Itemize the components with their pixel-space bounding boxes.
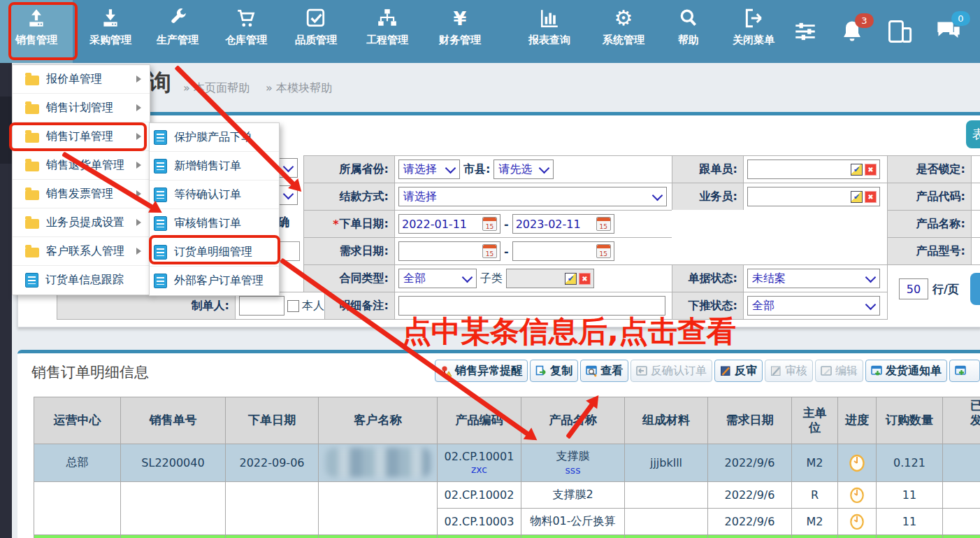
cell-product-code[interactable]: 02.CP.10003: [438, 508, 521, 535]
cell-unit[interactable]: M2: [792, 508, 838, 535]
edit-button[interactable]: 编辑: [815, 360, 863, 382]
picker-icon[interactable]: ✔: [565, 273, 577, 285]
doc-status-select[interactable]: 未结案: [747, 269, 880, 288]
cell-product-name[interactable]: 支撑膜sss: [521, 444, 625, 481]
cell-order-no[interactable]: SL2200040: [121, 444, 226, 481]
hidden-input-fragment[interactable]: [278, 241, 300, 261]
product-name-cell[interactable]: [971, 210, 980, 238]
picker-icon[interactable]: ✔: [851, 164, 863, 176]
cell-order-date[interactable]: 2022-09-06: [226, 444, 319, 481]
cell-unit[interactable]: M2: [792, 444, 838, 481]
submenu-item-external-order[interactable]: 外部客户订单管理: [150, 267, 279, 295]
rows-per-page-input[interactable]: 50: [899, 278, 928, 299]
cell-qty[interactable]: 11: [877, 481, 943, 508]
col-header[interactable]: 订购数量: [877, 397, 943, 444]
nav-item-purchase[interactable]: 采购管理: [81, 0, 140, 63]
cell-customer[interactable]: [319, 444, 438, 481]
cell-progress[interactable]: [838, 444, 877, 481]
search-button[interactable]: [970, 273, 980, 305]
bell-icon[interactable]: 3: [840, 19, 864, 44]
salesman-input[interactable]: ✔✖: [747, 187, 880, 206]
nav-item-warehouse[interactable]: 仓库管理: [215, 0, 277, 63]
lock-cell[interactable]: [971, 155, 980, 183]
calendar-icon[interactable]: 15: [596, 244, 611, 258]
maker-input[interactable]: [239, 296, 284, 316]
col-header[interactable]: 进度: [838, 397, 877, 444]
demand-date-to-input[interactable]: 15: [512, 241, 614, 261]
menu-item-commission[interactable]: 业务员提成设置: [13, 208, 150, 237]
menu-item-order-tracking[interactable]: 订货单信息跟踪: [13, 266, 150, 295]
nav-item-system[interactable]: ⚙ 系统管理: [591, 0, 656, 63]
product-model-cell[interactable]: [971, 237, 980, 265]
clear-icon[interactable]: ✖: [579, 273, 591, 285]
cell-qty[interactable]: 0.121: [877, 444, 943, 481]
menu-item-customer-contact[interactable]: 客户联系人管理: [13, 237, 150, 266]
table-row-selected[interactable]: 总部 SL2200040 2022-09-06 02.CP.10001zxc 支…: [34, 444, 980, 481]
chat-icon[interactable]: 0: [935, 20, 962, 43]
menu-item-sales-plan[interactable]: 销售计划管理: [13, 94, 150, 122]
cell-material[interactable]: [625, 481, 708, 508]
clear-icon[interactable]: ✖: [865, 164, 877, 176]
nav-item-production[interactable]: 生产管理: [148, 0, 207, 63]
follower-input[interactable]: ✔✖: [747, 160, 880, 179]
nav-item-help[interactable]: 帮助: [667, 0, 710, 63]
submenu-item-pending-order[interactable]: 等待确认订单: [150, 180, 279, 209]
product-code-cell[interactable]: [971, 183, 980, 211]
cell-pushed[interactable]: 0: [943, 481, 980, 508]
approve-button[interactable]: 审核: [765, 360, 813, 382]
cell-demand-date[interactable]: 2022/9/6: [708, 481, 792, 508]
calendar-icon[interactable]: 15: [482, 244, 497, 258]
calendar-icon[interactable]: 15: [596, 217, 611, 231]
col-header[interactable]: 运营中心: [34, 397, 121, 444]
cell-center[interactable]: 总部: [34, 444, 121, 481]
shipping-notice-button[interactable]: 发货通知单: [865, 360, 947, 382]
module-help-link[interactable]: » 本模块帮助: [266, 81, 332, 96]
province-select[interactable]: 请选择: [398, 160, 460, 179]
cell-pushed[interactable]: 0: [943, 444, 980, 481]
nav-item-close-menu[interactable]: 关闭菜单: [720, 0, 787, 63]
nav-item-quality[interactable]: 品质管理: [285, 0, 347, 63]
picker-icon[interactable]: ✔: [851, 191, 863, 203]
submenu-item-approve-order[interactable]: 审核销售订单: [150, 209, 279, 238]
col-header[interactable]: 主单位: [792, 397, 838, 444]
order-date-from-input[interactable]: 2022-01-1115: [398, 214, 500, 234]
order-date-to-input[interactable]: 2023-02-1115: [512, 214, 614, 234]
self-checkbox[interactable]: [287, 300, 299, 312]
calendar-icon[interactable]: 15: [482, 217, 497, 231]
subtype-input[interactable]: ✔✖: [506, 269, 594, 288]
nav-item-finance[interactable]: ¥ 财务管理: [428, 0, 492, 63]
cell-product-name[interactable]: 物料01-公斤换算: [521, 508, 625, 535]
view-button[interactable]: 查看: [580, 360, 628, 382]
nav-item-engineering[interactable]: 工程管理: [355, 0, 419, 63]
cell-demand-date[interactable]: 2022/9/6: [708, 508, 792, 535]
col-header[interactable]: 已下推发货数量: [943, 397, 980, 444]
menu-item-quotation[interactable]: 报价单管理: [13, 65, 150, 94]
cell-material[interactable]: jjjbklll: [625, 444, 708, 481]
cell-product-code[interactable]: 02.CP.10001zxc: [438, 444, 521, 481]
cell-product-name[interactable]: 支撑膜2: [521, 481, 625, 508]
product-code-link[interactable]: zxc: [439, 464, 519, 475]
push-status-select[interactable]: 全部: [747, 296, 880, 316]
table-view-button[interactable]: 表: [966, 120, 980, 148]
demand-date-from-input[interactable]: 15: [398, 241, 500, 261]
cell-qty[interactable]: 11: [877, 508, 943, 535]
devices-icon[interactable]: [886, 19, 913, 44]
cell-progress[interactable]: [838, 508, 877, 535]
more-action-button[interactable]: [949, 360, 980, 382]
cell-material[interactable]: [625, 508, 708, 535]
payment-select[interactable]: 请选择: [398, 187, 667, 206]
contract-select[interactable]: 全部: [398, 269, 477, 288]
unapprove-button[interactable]: 反审: [714, 360, 763, 382]
cell-pushed[interactable]: 0: [943, 508, 980, 535]
unconfirm-order-button[interactable]: 反确认订单: [630, 360, 712, 382]
cell-demand-date[interactable]: 2022/9/6: [708, 444, 792, 481]
cell-product-code[interactable]: 02.CP.10002: [438, 481, 521, 508]
col-header[interactable]: 需求日期: [708, 397, 792, 444]
cell-unit[interactable]: R: [792, 481, 838, 508]
nav-item-reports[interactable]: 报表查询: [517, 0, 582, 63]
table-row[interactable]: 02.CP.10002 支撑膜2 2022/9/6 R 11 0: [34, 481, 980, 508]
col-header[interactable]: 销售单号: [121, 397, 226, 444]
col-header[interactable]: 客户名称: [319, 397, 438, 444]
col-header[interactable]: 下单日期: [226, 397, 319, 444]
product-name-link[interactable]: sss: [523, 465, 623, 476]
